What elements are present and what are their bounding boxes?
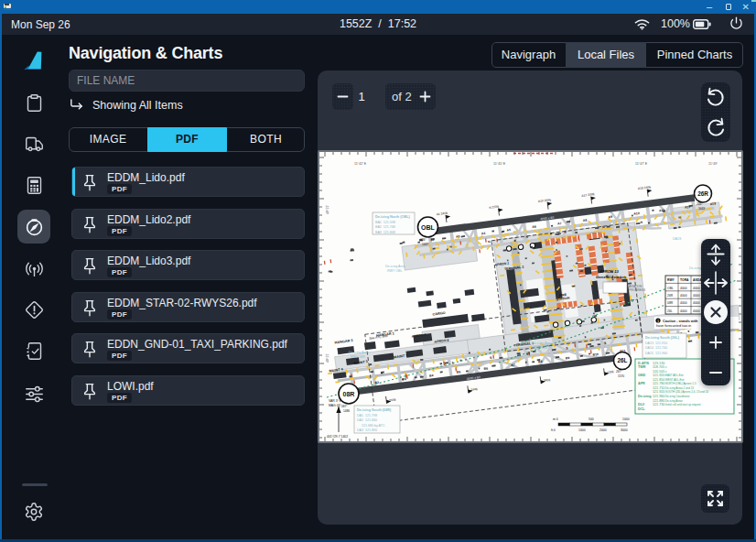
svg-text:A5: A5 xyxy=(506,228,511,233)
svg-text:OBL: OBL xyxy=(421,224,436,231)
svg-text:4000: 4000 xyxy=(693,294,700,298)
svg-text:48°22': 48°22' xyxy=(326,205,329,214)
svg-text:ft 0: ft 0 xyxy=(551,428,556,432)
svg-text:4000: 4000 xyxy=(680,309,687,313)
svg-text:121.710: 121.710 xyxy=(653,386,664,390)
svg-text:A9: A9 xyxy=(608,215,612,220)
svg-text:De-icing Areas: De-icing Areas xyxy=(665,399,683,403)
svg-text:De-icing Coordinator: De-icing Coordinator xyxy=(665,395,690,398)
svg-text:1447: 1447 xyxy=(422,243,428,246)
svg-text:A4: A4 xyxy=(481,232,486,236)
svg-text:De-icing Area: De-icing Area xyxy=(349,351,369,354)
svg-text:OBL: OBL xyxy=(667,287,674,290)
svg-text:08R: 08R xyxy=(667,301,674,305)
svg-text:11°47' E: 11°47' E xyxy=(635,162,648,166)
svg-text:De-icing South (26L): De-icing South (26L) xyxy=(645,336,680,340)
svg-text:4000: 4000 xyxy=(680,301,687,305)
svg-text:BA1 121.598: BA1 121.598 xyxy=(375,221,395,224)
svg-text:De-icing Area: De-icing Area xyxy=(385,265,405,268)
svg-text:RWY 08R: RWY 08R xyxy=(351,355,365,359)
svg-text:A13: A13 xyxy=(710,201,717,206)
svg-text:WEST ADL-Exit: WEST ADL-Exit xyxy=(665,378,685,382)
svg-text:121.920: 121.920 xyxy=(653,374,664,377)
svg-text:401°/29.7 1402: 401°/29.7 1402 xyxy=(327,435,348,439)
svg-text:SOUTH (26L) Aprons 2-6, 13 and: SOUTH (26L) Aprons 2-6, 13 and 14 xyxy=(665,390,708,394)
svg-text:BA2 121.748: BA2 121.748 xyxy=(375,225,395,229)
svg-text:48°21': 48°21' xyxy=(326,353,329,363)
svg-text:RWY: RWY xyxy=(667,278,675,282)
svg-text:m 0: m 0 xyxy=(553,417,558,421)
svg-text:A7: A7 xyxy=(557,222,562,226)
svg-text:121.960: 121.960 xyxy=(653,395,664,398)
svg-text:BA3 121.848: BA3 121.848 xyxy=(375,231,395,234)
svg-text:GND: GND xyxy=(638,374,646,377)
svg-text:1000: 1000 xyxy=(622,417,630,421)
svg-text:DA13 121.910: DA13 121.910 xyxy=(645,341,667,345)
svg-text:121.730: 121.730 xyxy=(653,403,664,406)
svg-text:DCL: DCL xyxy=(638,407,645,411)
svg-text:121.880: 121.880 xyxy=(653,399,664,403)
svg-text:121.920: 121.920 xyxy=(653,390,664,394)
svg-text:08R: 08R xyxy=(343,391,355,397)
svg-text:A3: A3 xyxy=(456,234,460,239)
svg-text:266°: 266° xyxy=(697,202,703,206)
svg-text:De-icing: De-icing xyxy=(638,395,652,398)
svg-text:RWY 26L: RWY 26L xyxy=(534,346,547,350)
svg-text:121.850: 121.850 xyxy=(653,378,664,382)
svg-text:DA14 121.740: DA14 121.740 xyxy=(645,346,667,350)
svg-text:118.705: 118.705 xyxy=(653,365,664,369)
svg-text:B7: B7 xyxy=(511,363,515,368)
svg-text:have forecasted taxi-in: have forecasted taxi-in xyxy=(656,324,691,328)
svg-text:11°45' E: 11°45' E xyxy=(493,162,506,166)
svg-text:MAG 03°: MAG 03° xyxy=(329,404,341,407)
svg-text:D-ATIS: D-ATIS xyxy=(638,362,650,365)
svg-text:4000: 4000 xyxy=(693,301,700,305)
svg-text:26L: 26L xyxy=(617,357,627,363)
svg-text:086°: 086° xyxy=(420,238,427,242)
svg-text:TWR: TWR xyxy=(638,365,646,369)
svg-text:26L: 26L xyxy=(667,309,673,313)
svg-text:DA1 121.798: DA1 121.798 xyxy=(357,414,377,417)
svg-text:A6: A6 xyxy=(532,225,536,230)
svg-text:2000: 2000 xyxy=(599,428,607,432)
svg-text:DA15 121.960: DA15 121.960 xyxy=(645,352,667,355)
svg-text:General Aviation: General Aviation xyxy=(596,275,627,279)
svg-text:A8: A8 xyxy=(583,218,588,222)
svg-text:Caution - stands with: Caution - stands with xyxy=(663,320,698,323)
svg-text:500: 500 xyxy=(589,417,594,421)
svg-text:B9: B9 xyxy=(566,356,570,361)
svg-text:4000: 4000 xyxy=(693,309,700,313)
svg-text:DLV: DLV xyxy=(638,403,645,406)
svg-text:De-icing Areas 2 and 13: De-icing Areas 2 and 13 xyxy=(665,386,694,390)
svg-text:DA1S: DA1S xyxy=(673,237,682,241)
svg-text:11°42' E: 11°42' E xyxy=(354,162,367,166)
svg-text:B4: B4 xyxy=(429,374,434,378)
svg-text:4000: 4000 xyxy=(680,287,687,290)
svg-text:A10: A10 xyxy=(633,211,640,216)
svg-text:4000: 4000 xyxy=(680,294,687,298)
svg-text:087°: 087° xyxy=(341,405,348,408)
svg-text:1486: 1486 xyxy=(343,409,350,413)
svg-text:APR: APR xyxy=(638,382,645,385)
svg-text:11°49': 11°49' xyxy=(708,162,718,166)
svg-text:TORA: TORA xyxy=(680,278,689,282)
svg-text:NORTH (OBL) Aprons 1-5: NORTH (OBL) Aprons 1-5 xyxy=(665,382,697,385)
svg-text:DA3 121.890: DA3 121.890 xyxy=(357,428,377,432)
svg-text:121.680 by ATC: 121.680 by ATC xyxy=(357,424,385,428)
svg-text:PROGRESS: PROGRESS xyxy=(629,288,645,292)
svg-text:DA2 121.660: DA2 121.660 xyxy=(357,418,377,422)
svg-text:120.505: 120.505 xyxy=(653,370,664,374)
svg-text:1000: 1000 xyxy=(578,428,586,432)
svg-text:EAST ADL-Exit: EAST ADL-Exit xyxy=(665,374,684,377)
svg-text:123.130: 123.130 xyxy=(653,362,664,365)
svg-text:4000: 4000 xyxy=(693,287,700,290)
svg-text:APRON 13: APRON 13 xyxy=(599,269,620,274)
svg-text:26R: 26R xyxy=(667,294,674,298)
svg-text:B6: B6 xyxy=(483,366,488,371)
svg-text:267°: 267° xyxy=(616,370,622,374)
svg-text:3000: 3000 xyxy=(621,428,628,432)
svg-text:B10: B10 xyxy=(592,352,599,357)
svg-text:1570: 1570 xyxy=(618,374,624,378)
svg-text:De-icing North (OBL): De-icing North (OBL) xyxy=(375,215,410,219)
svg-text:De-icing Area: De-icing Area xyxy=(532,341,552,345)
